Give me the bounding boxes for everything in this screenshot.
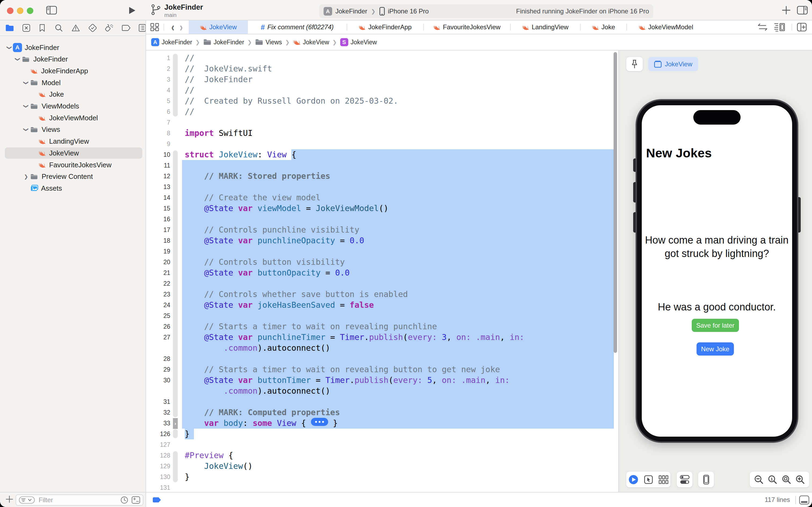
sidebar-toggle-icon[interactable]: [46, 6, 57, 14]
code-token: every:: [408, 332, 437, 343]
sidebar-item-landingview[interactable]: LandingView: [0, 135, 146, 148]
device-settings-button[interactable]: [677, 471, 693, 488]
sidebar-item-jokeview[interactable]: JokeView: [0, 147, 146, 159]
swift-file-icon: [358, 24, 365, 31]
selectable-mode-button[interactable]: [644, 475, 653, 484]
project-navigator-icon[interactable]: [4, 20, 15, 36]
sidebar-item-model[interactable]: ❯Model: [0, 77, 146, 89]
zoom-out-button[interactable]: [754, 475, 763, 484]
code-token: =: [326, 332, 340, 343]
tests-icon[interactable]: [87, 20, 99, 36]
breadcrumb-item-jokefinder[interactable]: JokeFinder: [203, 39, 244, 46]
code-token: =: [335, 235, 350, 246]
tab-label: JokeView: [210, 23, 237, 31]
chevron-down-icon[interactable]: ❯: [6, 45, 13, 51]
pin-button[interactable]: [626, 57, 643, 71]
filter-icon[interactable]: [19, 496, 35, 504]
breadcrumb-item-jokeview[interactable]: JokeView: [293, 39, 329, 46]
issues-icon[interactable]: [70, 20, 81, 36]
right-panel-toggle-icon[interactable]: [797, 6, 808, 14]
zoom-button[interactable]: [27, 7, 33, 14]
tab-jokefinderapp[interactable]: JokeFinderApp: [347, 20, 423, 34]
preview-tab[interactable]: JokeView: [648, 57, 698, 71]
line-marker-tag[interactable]: [153, 497, 161, 502]
tab-fix-comment-6f02274-[interactable]: #Fix comment (6f02274): [248, 20, 347, 34]
code-line-31: 31: [146, 396, 619, 407]
code-token: }: [185, 471, 189, 482]
filter-field[interactable]: Filter: [15, 494, 143, 506]
sidebar-item-label: Model: [42, 79, 61, 87]
scope-icon[interactable]: [131, 496, 140, 504]
save-for-later-button[interactable]: Save for later: [692, 319, 739, 332]
code-token: [233, 375, 238, 386]
new-joke-button[interactable]: New Joke: [697, 342, 734, 355]
scheme-pill[interactable]: A JokeFinder ❯ iPhone 16 Pro Finished ru…: [319, 4, 653, 18]
code-token: [253, 300, 257, 311]
tab-joke[interactable]: Joke: [581, 20, 627, 34]
breadcrumb-item-views[interactable]: Views: [255, 39, 282, 46]
sidebar-item-jokefinderapp[interactable]: JokeFinderApp: [0, 65, 146, 77]
chevron-down-icon[interactable]: ❯: [15, 56, 21, 62]
chevron-right-icon[interactable]: ❯: [23, 173, 29, 180]
code-line-5: 5// Created by Russell Gordon on 2025-03…: [146, 96, 619, 106]
live-preview-button[interactable]: [629, 475, 638, 485]
sidebar-splitter[interactable]: [146, 20, 146, 507]
line-number: 13: [146, 181, 170, 192]
breakpoints-icon[interactable]: [120, 20, 132, 36]
scheme-name[interactable]: JokeFinder: [335, 7, 367, 15]
svg-text:1: 1: [771, 476, 773, 481]
sidebar-item-jokefinder[interactable]: ❯JokeFinder: [0, 53, 146, 65]
scheme-destination[interactable]: iPhone 16 Pro: [388, 7, 429, 15]
zoom-actual-size-button[interactable]: 1: [768, 475, 777, 484]
sidebar-item-jokeviewmodel[interactable]: JokeViewModel: [0, 112, 146, 124]
tab-jokeviewmodel[interactable]: JokeViewModel: [627, 20, 705, 34]
sidebar-item-jokefinder[interactable]: ❯AJokeFinder: [0, 42, 146, 53]
run-button[interactable]: [128, 6, 136, 14]
tab-landingview[interactable]: LandingView: [511, 20, 580, 34]
find-icon[interactable]: [53, 20, 65, 36]
add-icon[interactable]: [781, 5, 791, 15]
adjust-editor-icon[interactable]: [771, 23, 789, 32]
chevron-down-icon[interactable]: ❯: [23, 127, 29, 133]
code-editor[interactable]: › 1//2// JokeView.swift3// JokeFinder4//…: [146, 51, 619, 492]
breadcrumb-item-jokefinder[interactable]: AJokeFinder: [151, 38, 192, 46]
back-button[interactable]: ‹: [169, 20, 177, 34]
chevron-right-icon: ❯: [329, 39, 340, 45]
related-items-icon[interactable]: [151, 23, 159, 31]
chevron-down-icon[interactable]: ❯: [23, 103, 29, 109]
sidebar-item-label: JokeViewModel: [49, 114, 98, 122]
debug-icon[interactable]: [103, 20, 115, 36]
zoom-in-button[interactable]: [796, 475, 805, 484]
sidebar-item-views[interactable]: ❯Views: [0, 124, 146, 135]
code-token: [457, 375, 461, 386]
recent-files-icon[interactable]: [120, 496, 128, 504]
source-control-icon[interactable]: [20, 20, 32, 36]
sidebar-item-viewmodels[interactable]: ❯ViewModels: [0, 101, 146, 112]
tab-jokeview[interactable]: JokeView: [189, 20, 248, 34]
editor-bottom-bar-icon[interactable]: [799, 496, 809, 506]
breadcrumb-label: JokeView: [351, 39, 377, 46]
zoom-to-fit-button[interactable]: [782, 475, 791, 484]
forward-button[interactable]: ›: [177, 20, 185, 34]
preview-device-button[interactable]: [698, 471, 714, 488]
sidebar-item-joke[interactable]: Joke: [0, 89, 146, 101]
breadcrumb-item-jokeview[interactable]: SJokeView: [340, 38, 377, 46]
bookmarks-icon[interactable]: [36, 20, 48, 36]
sidebar-item-favouritejokesview[interactable]: FavouriteJokesView: [0, 159, 146, 171]
line-number: 129: [146, 461, 170, 471]
tab-favouritejokesview[interactable]: FavouriteJokesView: [424, 20, 510, 34]
code-review-icon[interactable]: [755, 23, 771, 31]
variants-mode-button[interactable]: [659, 475, 669, 484]
chevron-down-icon[interactable]: ❯: [23, 80, 29, 86]
close-button[interactable]: [7, 7, 13, 14]
canvas-splitter[interactable]: [619, 51, 619, 492]
sidebar-item-assets[interactable]: Assets: [0, 182, 146, 194]
window-title: JokeFinder: [164, 3, 203, 11]
split-editor-icon[interactable]: [795, 23, 808, 32]
minimize-button[interactable]: [17, 7, 23, 14]
code-token: ,: [485, 375, 495, 386]
code-fold-ellipsis[interactable]: [311, 418, 328, 426]
editor-scrollbar[interactable]: [614, 52, 617, 353]
add-file-button[interactable]: [5, 495, 13, 504]
sidebar-item-preview-content[interactable]: ❯Preview Content: [0, 171, 146, 183]
